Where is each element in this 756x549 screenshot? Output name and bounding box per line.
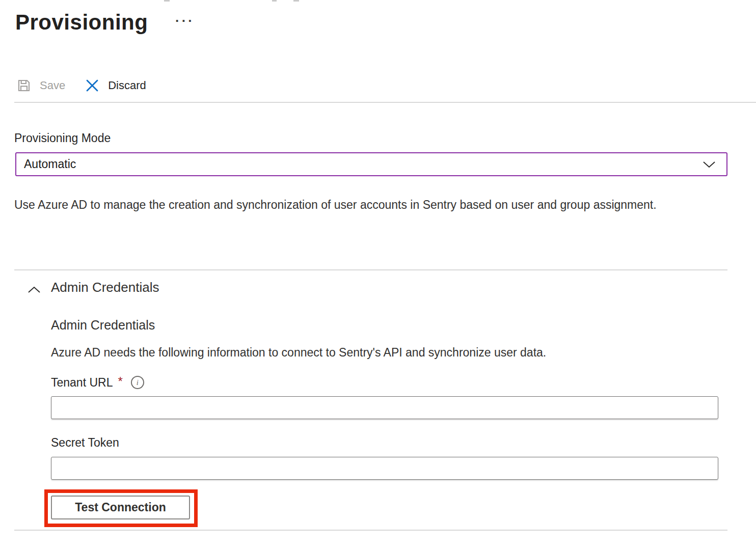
command-bar: Save Discard (15, 71, 146, 100)
toolbar-divider (14, 102, 756, 103)
save-label: Save (40, 79, 65, 92)
more-options-icon[interactable]: ··· (175, 13, 195, 29)
provisioning-mode-dropdown[interactable]: Automatic (15, 152, 727, 176)
close-icon (84, 77, 101, 94)
discard-label: Discard (108, 79, 146, 92)
tenant-url-input[interactable] (51, 396, 718, 419)
admin-credentials-section-header[interactable]: Admin Credentials (51, 280, 159, 295)
save-icon (15, 77, 33, 94)
admin-credentials-heading: Admin Credentials (51, 318, 155, 333)
provisioning-mode-value: Automatic (24, 157, 702, 171)
admin-credentials-description: Azure AD needs the following information… (51, 342, 662, 364)
provisioning-mode-label: Provisioning Mode (14, 131, 111, 145)
bottom-divider (14, 530, 727, 531)
test-connection-button[interactable]: Test Connection (51, 496, 190, 519)
info-icon[interactable]: i (131, 376, 144, 389)
chevron-up-icon[interactable] (26, 283, 42, 296)
tenant-url-label-row: Tenant URL * i (51, 375, 144, 390)
secret-token-label: Secret Token (51, 436, 119, 450)
section-divider (14, 269, 727, 270)
secret-token-input[interactable] (51, 457, 718, 480)
page-title: Provisioning (15, 10, 148, 35)
cropped-text-remnant (293, 0, 299, 2)
discard-button[interactable]: Discard (84, 77, 146, 94)
chevron-down-icon (702, 159, 716, 170)
required-marker: * (118, 374, 122, 389)
tenant-url-label: Tenant URL (51, 376, 113, 390)
cropped-text-remnant (164, 0, 170, 2)
cropped-text-remnant (272, 0, 277, 2)
intro-text: Use Azure AD to manage the creation and … (14, 194, 682, 216)
provisioning-page: Provisioning ··· Save Discard (0, 0, 756, 549)
save-button[interactable]: Save (15, 77, 65, 94)
